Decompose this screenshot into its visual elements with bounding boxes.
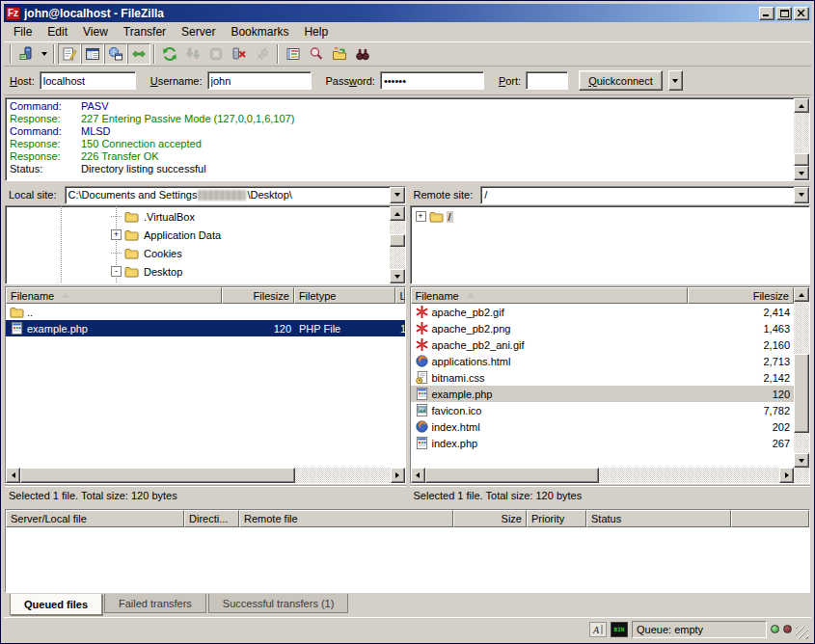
menu-item-server[interactable]: Server xyxy=(174,23,223,40)
column-header-status[interactable]: Status xyxy=(586,510,731,527)
log-vertical-scrollbar[interactable] xyxy=(794,98,809,180)
file-row[interactable]: apache_pb2_ani.gif 2,160 xyxy=(411,336,795,353)
image-file-icon xyxy=(415,305,429,319)
file-row[interactable]: bitnami.css 2,142 xyxy=(411,369,795,386)
column-header-filetype[interactable]: Filetype xyxy=(294,287,395,304)
remote-horizontal-scrollbar[interactable] xyxy=(411,468,810,483)
column-header-server-local-file[interactable]: Server/Local file xyxy=(6,510,184,527)
local-path-dropdown-button[interactable] xyxy=(390,187,405,203)
scroll-left-button[interactable] xyxy=(411,468,425,483)
file-row-example-php[interactable]: example.php 120 xyxy=(411,386,795,402)
datatype-binary-indicator-icon[interactable]: BIN xyxy=(611,622,628,637)
directory-comparison-button[interactable] xyxy=(305,43,328,65)
toggle-message-log-button[interactable] xyxy=(58,43,81,65)
remote-path-dropdown-button[interactable] xyxy=(794,187,809,203)
scroll-down-button[interactable] xyxy=(794,453,809,468)
file-row-example-php[interactable]: example.php 120 PHP File 1 xyxy=(6,320,405,336)
port-input[interactable] xyxy=(526,71,568,90)
tree-item-virtualbox[interactable]: .VirtualBox xyxy=(7,207,389,226)
quickconnect-button[interactable]: Quickconnect xyxy=(579,70,663,91)
file-row-parent-dir[interactable]: .. xyxy=(6,304,405,320)
expand-icon[interactable]: + xyxy=(111,229,122,240)
scrollbar-thumb[interactable] xyxy=(794,354,809,433)
expand-icon[interactable]: + xyxy=(416,211,426,222)
host-input[interactable] xyxy=(40,71,136,90)
activity-led-green-icon xyxy=(771,625,779,633)
file-row[interactable]: apache_pb2.png 1,463 xyxy=(411,320,795,336)
disconnect-button[interactable] xyxy=(228,43,251,65)
scrollbar-thumb[interactable] xyxy=(390,234,405,247)
file-row[interactable]: apache_pb2.gif 2,414 xyxy=(411,304,795,320)
local-tree-scrollbar[interactable] xyxy=(390,206,405,283)
toggle-local-tree-button[interactable] xyxy=(81,43,104,65)
scroll-up-button[interactable] xyxy=(794,98,809,113)
filter-button[interactable] xyxy=(282,43,305,65)
tree-item-cookies[interactable]: Cookies xyxy=(7,244,389,262)
menu-item-help[interactable]: Help xyxy=(296,23,336,40)
remote-vertical-scrollbar[interactable] xyxy=(794,287,809,468)
column-header-last-modified[interactable]: L xyxy=(395,287,405,304)
tab-successful-transfers[interactable]: Successful transfers (1) xyxy=(208,594,349,613)
remote-status-text: Selected 1 file. Total size: 120 bytes xyxy=(410,485,811,504)
column-header-filename[interactable]: Filename xyxy=(411,287,688,304)
file-row[interactable]: favicon.ico 7,782 xyxy=(411,402,795,418)
password-input[interactable] xyxy=(380,71,484,90)
scroll-up-button[interactable] xyxy=(390,206,405,221)
scroll-down-button[interactable] xyxy=(794,166,809,180)
cancel-operation-button[interactable] xyxy=(204,43,228,65)
tree-item-application-data[interactable]: + Application Data xyxy=(7,226,389,244)
close-button[interactable] xyxy=(794,7,809,20)
quickconnect-dropdown[interactable] xyxy=(668,70,683,91)
titlebar[interactable]: Fz john@localhost - FileZilla xyxy=(4,4,811,22)
scroll-down-button[interactable] xyxy=(390,269,405,283)
refresh-button[interactable] xyxy=(158,43,181,65)
resize-grip[interactable] xyxy=(796,627,808,639)
menu-item-file[interactable]: File xyxy=(6,23,40,40)
collapse-icon[interactable]: - xyxy=(111,266,122,277)
toggle-transfer-queue-button[interactable] xyxy=(127,43,150,65)
scroll-right-button[interactable] xyxy=(779,468,794,483)
column-header-priority[interactable]: Priority xyxy=(527,510,586,527)
column-header-size[interactable]: Size xyxy=(453,510,527,527)
remote-path-combo[interactable]: / xyxy=(480,186,810,204)
tab-queued-files[interactable]: Queued files xyxy=(10,594,102,615)
scroll-up-button[interactable] xyxy=(794,287,809,302)
scrollbar-thumb[interactable] xyxy=(425,468,599,483)
toggle-remote-tree-button[interactable] xyxy=(104,43,127,65)
file-row[interactable]: index.php 267 xyxy=(411,435,795,451)
minimize-button[interactable] xyxy=(759,7,774,20)
username-input[interactable] xyxy=(207,71,312,90)
find-files-button[interactable] xyxy=(351,43,374,65)
datatype-ascii-icon[interactable]: A xyxy=(589,622,607,637)
process-queue-button[interactable] xyxy=(181,43,204,65)
tree-item-desktop[interactable]: - Desktop xyxy=(7,262,389,281)
reconnect-button[interactable] xyxy=(251,43,274,65)
scrollbar-thumb[interactable] xyxy=(20,468,295,483)
local-horizontal-scrollbar[interactable] xyxy=(6,468,405,483)
scroll-right-button[interactable] xyxy=(391,468,405,483)
column-header-remote-file[interactable]: Remote file xyxy=(239,510,453,527)
toolbar-separator xyxy=(53,44,55,64)
column-header-filename[interactable]: Filename xyxy=(6,287,222,304)
maximize-button[interactable] xyxy=(776,7,792,20)
column-header-filesize[interactable]: Filesize xyxy=(688,287,795,304)
tab-failed-transfers[interactable]: Failed transfers xyxy=(104,594,206,613)
menu-item-bookmarks[interactable]: Bookmarks xyxy=(223,23,296,40)
scroll-left-button[interactable] xyxy=(6,468,20,483)
scrollbar-thumb[interactable] xyxy=(794,153,809,166)
transfer-queue-icon xyxy=(131,46,147,62)
file-row[interactable]: index.html 202 xyxy=(411,418,795,435)
site-manager-button[interactable] xyxy=(14,43,38,65)
synchronized-browsing-button[interactable] xyxy=(328,43,351,65)
file-row[interactable]: applications.html 2,713 xyxy=(411,353,795,369)
menu-item-view[interactable]: View xyxy=(75,23,116,40)
local-path-combo[interactable]: C:\Documents and Settings\Desktop\ xyxy=(65,186,406,204)
site-manager-dropdown[interactable] xyxy=(38,43,50,65)
local-path-prefix: C:\Documents and Settings xyxy=(68,189,198,201)
menu-item-transfer[interactable]: Transfer xyxy=(116,23,174,40)
column-header-filesize[interactable]: Filesize xyxy=(222,287,294,304)
column-header-direction[interactable]: Directi... xyxy=(184,510,239,527)
menu-item-edit[interactable]: Edit xyxy=(40,23,75,40)
tree-item-root[interactable]: + / xyxy=(412,207,808,226)
port-label: Port: xyxy=(499,75,521,87)
